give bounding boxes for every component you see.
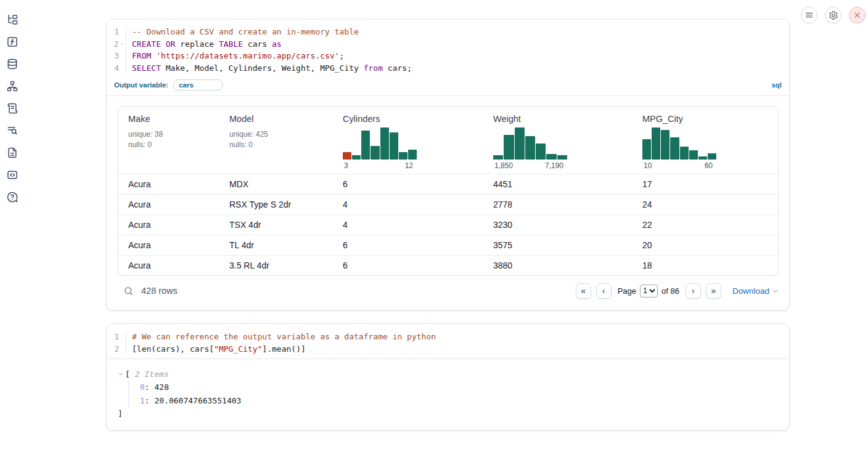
table-cell: 3230	[488, 220, 637, 230]
table-header: Makeunique: 38nulls: 0Modelunique: 425nu…	[118, 107, 778, 174]
tree-entry: 1: 20.060747663551403	[140, 394, 789, 408]
next-page-button[interactable]: ›	[686, 283, 701, 299]
chevron-down-icon	[772, 288, 779, 294]
column-stats: unique: 38nulls: 0	[128, 129, 224, 150]
histogram-bar	[708, 153, 716, 160]
line-number: 2	[107, 38, 118, 51]
histogram-bar	[536, 144, 546, 160]
tree-entry: 0: 428	[140, 381, 789, 394]
column-title: Model	[229, 114, 338, 124]
column-title: MPG_City	[642, 114, 778, 124]
code-line: 2[len(cars), cars["MPG_City"].mean()]	[107, 343, 789, 355]
table-cell: Acura	[123, 200, 224, 209]
code-line: 1-- Download a CSV and create an in-memo…	[107, 26, 789, 38]
last-page-button[interactable]: »	[706, 283, 721, 299]
column-histogram: 312	[343, 127, 417, 170]
histogram-bar	[689, 150, 698, 160]
tree-root: [ 2 Items	[118, 367, 789, 381]
histogram-bar	[652, 127, 660, 160]
table-cell: 3.5 RL 4dr	[224, 261, 338, 270]
chevron-down-icon[interactable]	[118, 371, 125, 377]
table-cell: TL 4dr	[224, 240, 338, 250]
column-title: Make	[128, 114, 224, 124]
line-number: 4	[107, 62, 119, 75]
table-row: AcuraTSX 4dr4323022	[118, 214, 778, 235]
topbar-controls	[801, 7, 866, 23]
code-line: 1# We can reference the output variable …	[107, 331, 789, 343]
histogram-bar	[399, 152, 407, 160]
documentation-icon[interactable]	[6, 147, 18, 159]
help-icon[interactable]	[6, 191, 18, 203]
histogram-bar	[343, 152, 351, 160]
scratchpad-icon[interactable]	[6, 124, 18, 137]
table-cell: Acura	[123, 220, 224, 230]
table-cell: 6	[338, 261, 488, 270]
first-page-button[interactable]: «	[576, 283, 591, 299]
column-header-mpg_city[interactable]: MPG_City1060	[637, 114, 778, 170]
table-cell: 3880	[488, 261, 637, 270]
histogram-max-label: 12	[405, 161, 413, 170]
column-title: Weight	[493, 114, 637, 124]
histogram-bar	[680, 147, 689, 160]
marimo-notebook-page: 1-- Download a CSV and create an in-memo…	[0, 0, 868, 449]
table-body: AcuraMDX6445117AcuraRSX Type S 2dr427782…	[118, 174, 778, 275]
sidebar	[6, 14, 21, 203]
histogram-min-label: 10	[644, 161, 652, 170]
gear-icon[interactable]	[825, 7, 841, 23]
histogram-bar	[493, 155, 503, 160]
histogram-bar	[670, 137, 679, 160]
table-row: AcuraTL 4dr6357520	[118, 235, 778, 255]
sql-cell-meta: Output variable: sql	[107, 78, 789, 95]
histogram-bar	[546, 154, 556, 160]
output-variable-label: Output variable:	[114, 81, 168, 89]
column-header-cylinders[interactable]: Cylinders312	[338, 114, 488, 170]
table-row: Acura3.5 RL 4dr6388018	[118, 255, 778, 275]
table-cell: TSX 4dr	[224, 220, 338, 230]
column-header-make[interactable]: Makeunique: 38nulls: 0	[123, 114, 224, 170]
datasources-icon[interactable]	[6, 58, 18, 70]
prev-page-button[interactable]: ‹	[596, 283, 612, 299]
output-variable-input[interactable]	[173, 79, 223, 91]
histogram-max-label: 7,190	[545, 161, 563, 170]
fold-icon[interactable]	[118, 41, 126, 46]
table-cell: 20	[637, 240, 778, 250]
histogram-bar	[525, 136, 535, 160]
table-row: AcuraMDX6445117	[118, 174, 778, 194]
table-cell: 24	[637, 200, 778, 209]
row-count: 428 rows	[141, 286, 178, 296]
sql-code-editor[interactable]: 1-- Download a CSV and create an in-memo…	[107, 19, 789, 78]
close-icon[interactable]	[849, 7, 866, 23]
histogram-bar	[380, 127, 389, 160]
sql-cell: 1-- Download a CSV and create an in-memo…	[106, 18, 790, 310]
language-badge: sql	[771, 81, 782, 89]
variables-icon[interactable]	[6, 36, 18, 48]
tree-entries: 0: 4281: 20.060747663551403	[128, 381, 789, 408]
table-cell: 6	[338, 240, 488, 250]
line-number: 2	[107, 343, 119, 355]
menu-icon[interactable]	[801, 7, 817, 23]
histogram-bar	[698, 156, 707, 160]
table-cell: 6	[338, 179, 488, 189]
table-cell: 22	[637, 220, 778, 230]
snippets-icon[interactable]	[6, 169, 18, 181]
histogram-bar	[352, 155, 361, 160]
page-label: Page	[618, 286, 636, 296]
histogram-bar	[661, 130, 669, 160]
pagination: « ‹ Page 1 of 86 › » Download	[576, 283, 779, 299]
table-cell: 4	[338, 200, 488, 209]
download-button[interactable]: Download	[732, 286, 779, 296]
histogram-bar	[371, 146, 379, 160]
column-header-weight[interactable]: Weight1,8507,190	[488, 114, 637, 170]
column-header-model[interactable]: Modelunique: 425nulls: 0	[224, 114, 338, 170]
table-cell: 4	[338, 220, 488, 230]
python-code-editor[interactable]: 1# We can reference the output variable …	[107, 324, 789, 358]
code-line: 4SELECT Make, Model, Cylinders, Weight, …	[107, 62, 789, 75]
column-histogram: 1060	[642, 127, 716, 170]
page-total: of 86	[661, 286, 679, 296]
logs-icon[interactable]	[6, 102, 18, 115]
dependency-graph-icon[interactable]	[6, 80, 18, 92]
code-line: 3FROM 'https://datasets.marimo.app/cars.…	[107, 50, 789, 62]
page-select[interactable]: 1	[640, 285, 658, 297]
search-icon[interactable]	[121, 284, 135, 297]
file-tree-icon[interactable]	[6, 14, 18, 26]
